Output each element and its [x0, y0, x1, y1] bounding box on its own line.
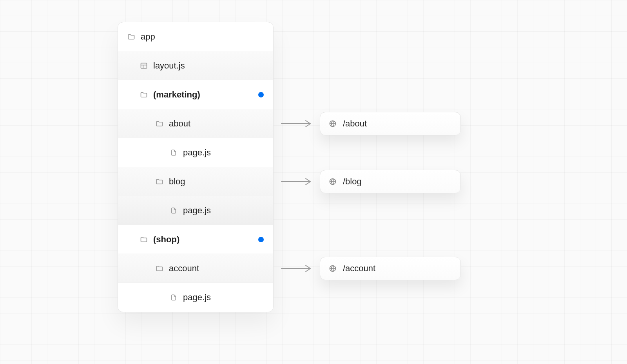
folder-icon [156, 120, 163, 128]
globe-icon [329, 265, 337, 272]
folder-icon [156, 265, 163, 272]
url-path-label: /blog [343, 177, 460, 187]
tree-row-layout-js: layout.js [118, 51, 273, 80]
tree-row-label: app [141, 32, 264, 42]
tree-row-label: (marketing) [153, 90, 258, 100]
tree-row-label: page.js [183, 148, 264, 158]
folder-icon [127, 33, 135, 41]
tree-row-blog: blog [118, 167, 273, 196]
tree-row-label: account [169, 263, 264, 274]
arrow-icon [281, 264, 314, 273]
file-icon [170, 207, 178, 214]
tree-row-shop-group: (shop) [118, 225, 273, 254]
tree-row-account: account [118, 254, 273, 283]
layout-icon [140, 62, 148, 70]
folder-icon [140, 91, 148, 99]
tree-row-app: app [118, 22, 273, 51]
highlight-dot [258, 92, 264, 97]
arrow-icon [281, 177, 314, 186]
globe-icon [329, 178, 337, 186]
arrow-icon [281, 119, 314, 128]
file-icon [170, 149, 178, 157]
url-blog: /blog [320, 170, 461, 193]
folder-icon [140, 236, 148, 243]
tree-row-label: page.js [183, 292, 264, 303]
file-tree: app layout.js (marketing) about page.js … [118, 22, 274, 312]
tree-row-label: layout.js [153, 61, 264, 71]
globe-icon [329, 120, 337, 128]
url-path-label: /account [343, 263, 460, 274]
tree-row-about-page-js: page.js [118, 138, 273, 167]
tree-row-label: (shop) [153, 234, 258, 245]
tree-row-label: blog [169, 177, 264, 187]
file-icon [170, 294, 178, 301]
tree-row-about: about [118, 109, 273, 138]
tree-row-account-page-js: page.js [118, 283, 273, 312]
tree-row-label: page.js [183, 205, 264, 216]
tree-row-marketing-group: (marketing) [118, 80, 273, 109]
folder-icon [156, 178, 163, 186]
url-about: /about [320, 112, 461, 135]
highlight-dot [258, 237, 264, 242]
svg-rect-0 [141, 63, 147, 68]
tree-row-blog-page-js: page.js [118, 196, 273, 225]
url-path-label: /about [343, 119, 460, 129]
url-account: /account [320, 257, 461, 280]
tree-row-label: about [169, 119, 264, 129]
